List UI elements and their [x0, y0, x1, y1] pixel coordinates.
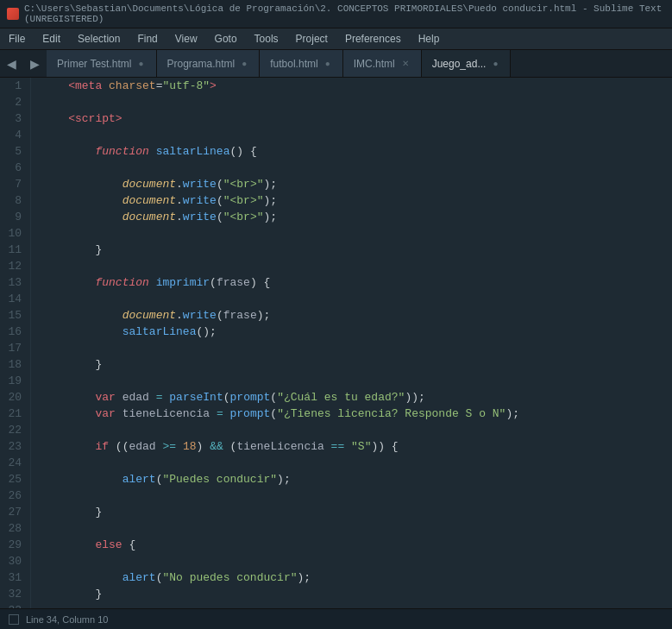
tab-programa[interactable]: Programa.html ●	[157, 50, 261, 77]
menu-help[interactable]: Help	[410, 30, 449, 47]
code-line-2	[41, 94, 672, 110]
code-line-12	[41, 258, 672, 274]
code-line-6	[41, 160, 672, 176]
menu-view[interactable]: View	[166, 30, 206, 47]
line-numbers: 1 2 3 4 5 6 7 8 9 10 11 12 13 14 15 16 1…	[0, 78, 31, 608]
code-line-24	[41, 455, 672, 471]
code-line-9: document.write("<br>");	[41, 209, 672, 225]
tab-close-futbol[interactable]: ●	[323, 58, 332, 69]
code-line-19	[41, 373, 672, 389]
code-line-14	[41, 291, 672, 307]
code-line-23: if ((edad >= 18) && (tieneLicencia == "S…	[41, 438, 672, 455]
code-line-26	[41, 487, 672, 504]
code-line-7: document.write("<br>");	[41, 176, 672, 192]
code-line-30	[41, 553, 672, 569]
code-line-3: <script>	[41, 110, 672, 127]
code-line-18: }	[41, 356, 672, 373]
menu-selection[interactable]: Selection	[69, 30, 129, 47]
menu-project[interactable]: Project	[287, 30, 336, 47]
tab-bar: ◀ ▶ Primer Test.html ● Programa.html ● f…	[0, 50, 672, 78]
code-line-10	[41, 225, 672, 242]
code-line-11: }	[41, 242, 672, 258]
code-line-25: alert("Puedes conducir");	[41, 471, 672, 487]
tab-futbol[interactable]: futbol.html ●	[260, 50, 342, 77]
menu-preferences[interactable]: Preferences	[336, 30, 410, 47]
code-line-8: document.write("<br>");	[41, 192, 672, 209]
code-line-32: }	[41, 586, 672, 602]
status-text: Line 34, Column 10	[26, 614, 108, 625]
code-line-28	[41, 520, 672, 537]
status-indicator	[9, 614, 19, 625]
code-line-13: function imprimir(frase) {	[41, 274, 672, 291]
tab-prev-button[interactable]: ◀	[0, 50, 23, 77]
title-text: C:\Users\Sebastian\Documents\Lógica de P…	[24, 3, 665, 24]
tab-juego[interactable]: Juego_ad... ●	[422, 50, 512, 77]
tab-close-imc[interactable]: ✕	[400, 58, 411, 69]
menu-find[interactable]: Find	[129, 30, 166, 47]
code-line-15: document.write(frase);	[41, 307, 672, 324]
menu-edit[interactable]: Edit	[34, 30, 69, 47]
tab-close-primer[interactable]: ●	[136, 58, 145, 69]
menu-file[interactable]: File	[0, 30, 34, 47]
code-line-16: saltarLinea();	[41, 324, 672, 340]
code-line-4	[41, 127, 672, 143]
tab-imc[interactable]: IMC.html ✕	[343, 50, 422, 77]
menu-goto[interactable]: Goto	[206, 30, 246, 47]
title-bar: C:\Users\Sebastian\Documents\Lógica de P…	[0, 0, 672, 28]
code-line-27: }	[41, 504, 672, 520]
tab-primer-test[interactable]: Primer Test.html ●	[47, 50, 157, 77]
code-line-29: else {	[41, 537, 672, 553]
code-line-17	[41, 340, 672, 356]
code-area[interactable]: <meta charset="utf-8"> <script> function…	[31, 78, 672, 608]
code-line-22	[41, 422, 672, 438]
tab-next-button[interactable]: ▶	[23, 50, 47, 77]
status-bar: Line 34, Column 10	[0, 608, 672, 629]
code-line-31: alert("No puedes conducir");	[41, 569, 672, 586]
editor[interactable]: 1 2 3 4 5 6 7 8 9 10 11 12 13 14 15 16 1…	[0, 78, 672, 608]
menu-tools[interactable]: Tools	[246, 30, 287, 47]
code-line-21: var tieneLicencia = prompt("¿Tienes lice…	[41, 406, 672, 422]
code-line-20: var edad = parseInt(prompt("¿Cuál es tu …	[41, 389, 672, 406]
menu-bar: File Edit Selection Find View Goto Tools…	[0, 28, 672, 50]
tab-close-programa[interactable]: ●	[240, 58, 248, 69]
code-line-1: <meta charset="utf-8">	[41, 78, 672, 94]
code-line-33	[41, 602, 672, 608]
code-line-5: function saltarLinea() {	[41, 143, 672, 160]
tab-close-juego[interactable]: ●	[491, 58, 499, 69]
app-icon	[7, 8, 19, 20]
